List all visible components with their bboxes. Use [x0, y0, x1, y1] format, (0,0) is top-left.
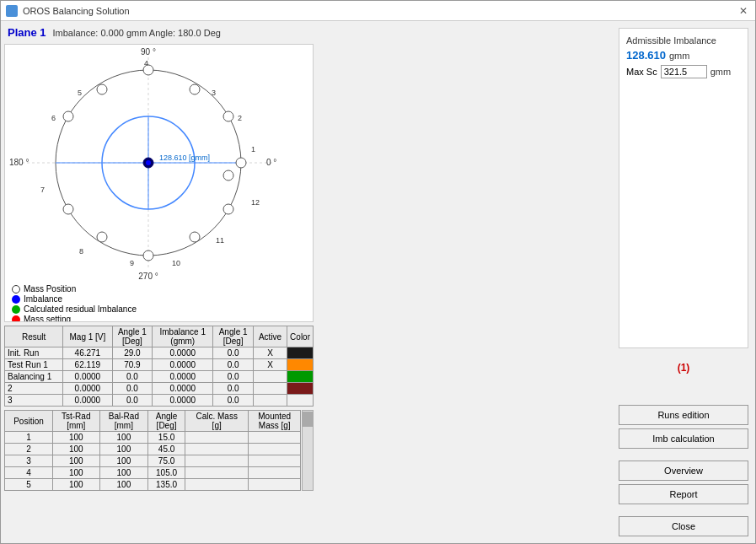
- cell-angle2: 0.0: [213, 395, 254, 407]
- window-title: OROS Balancing Solution: [23, 6, 130, 16]
- cell-pos: 2: [5, 444, 53, 455]
- cell-mounted-mass: [249, 467, 301, 479]
- polar-chart: 90 ° 270 ° 180 ° 0 ° 1 2 3 4: [5, 45, 313, 281]
- svg-text:2: 2: [238, 114, 242, 122]
- title-bar-left: OROS Balancing Solution: [6, 5, 130, 17]
- legend-mass-position: Mass Position: [12, 284, 306, 294]
- cell-calc-mass: [185, 432, 249, 444]
- legend-imbalance-label: Imbalance: [24, 294, 62, 304]
- svg-point-24: [190, 84, 200, 94]
- cell-result: Init. Run: [5, 347, 63, 359]
- legend-calc-residual: Calculated residual Imbalance: [12, 304, 306, 314]
- cell-angle2: 0.0: [213, 383, 254, 395]
- cell-calc-mass: [185, 455, 249, 467]
- tables-area: Result Mag 1 [V] Angle 1[Deg] Imbalance …: [4, 326, 314, 491]
- col-mag: Mag 1 [V]: [63, 326, 112, 347]
- imb-calculation-button[interactable]: Imb calculation: [619, 428, 748, 449]
- svg-text:128.610 [gmm]: 128.610 [gmm]: [159, 154, 210, 162]
- svg-text:7: 7: [40, 186, 45, 194]
- cell-mounted-mass: [249, 455, 301, 467]
- cell-angle1: 70.9: [112, 359, 153, 371]
- admissible-box: Admissible Imbalance 128.610 gmm Max Sc …: [619, 28, 748, 348]
- cell-imbalance: 0.0000: [153, 347, 213, 359]
- cell-active: [254, 371, 287, 383]
- cell-bal-rad: 100: [99, 479, 148, 491]
- cell-bal-rad: 100: [99, 432, 148, 444]
- svg-text:8: 8: [79, 247, 83, 256]
- legend-mass-setting-label: Mass setting: [24, 315, 71, 322]
- cell-angle: 105.0: [148, 467, 185, 479]
- plane-header: Plane 1 Imbalance: 0.000 gmm Angle: 180.…: [4, 24, 314, 40]
- col-imbalance: Imbalance 1(gmm): [153, 326, 213, 347]
- pos-col-mounted-mass: MountedMass [g]: [249, 411, 301, 432]
- close-window-button[interactable]: ✕: [737, 4, 750, 18]
- admissible-value: 128.610: [626, 49, 666, 62]
- cell-angle2: 0.0: [213, 371, 254, 383]
- table-row: Test Run 1 62.119 70.9 0.0000 0.0 X: [5, 359, 314, 371]
- svg-text:10: 10: [172, 259, 180, 267]
- cell-calc-mass: [185, 467, 249, 479]
- col-color: Color: [287, 326, 314, 347]
- cell-mag: 0.0000: [63, 371, 112, 383]
- svg-point-23: [223, 111, 233, 121]
- cell-active: [254, 395, 287, 407]
- cell-result: 2: [5, 383, 63, 395]
- cell-color: [287, 395, 314, 407]
- pos-col-tst-rad: Tst-Rad[mm]: [53, 411, 100, 432]
- cell-result: Balancing 1: [5, 371, 63, 383]
- mass-position-icon: [12, 285, 20, 294]
- report-button[interactable]: Report: [619, 484, 748, 504]
- table-row: 1 100 100 15.0: [5, 432, 301, 444]
- svg-text:9: 9: [130, 259, 134, 267]
- col-angle1: Angle 1[Deg]: [112, 326, 153, 347]
- mass-setting-icon: [12, 315, 20, 323]
- svg-text:5: 5: [78, 89, 82, 97]
- legend-imbalance: Imbalance: [12, 294, 306, 304]
- svg-point-29: [97, 232, 107, 242]
- positions-table-wrap: Position Tst-Rad[mm] Bal-Rad[mm] Angle[D…: [4, 410, 314, 491]
- imbalance-icon: [12, 295, 20, 304]
- cell-tst-rad: 100: [53, 455, 100, 467]
- table-row: 5 100 100 135.0: [5, 479, 301, 491]
- cell-active: X: [254, 359, 287, 371]
- runs-edition-button[interactable]: Runs edition: [619, 405, 748, 425]
- pos-col-angle: Angle[Deg]: [148, 411, 185, 432]
- max-sc-label: Max Sc: [626, 67, 657, 77]
- svg-point-31: [190, 232, 200, 242]
- cell-pos: 1: [5, 432, 53, 444]
- close-button[interactable]: Close: [619, 516, 748, 536]
- max-sc-input[interactable]: [661, 65, 707, 78]
- main-window: OROS Balancing Solution ✕ Plane 1 Imbala…: [0, 0, 756, 544]
- diagram-area: 90 ° 270 ° 180 ° 0 ° 1 2 3 4: [4, 44, 314, 322]
- admissible-unit: gmm: [669, 51, 689, 61]
- cell-angle: 45.0: [148, 444, 185, 455]
- cell-angle: 15.0: [148, 432, 185, 444]
- scroll-thumb[interactable]: [303, 412, 313, 427]
- svg-text:90 °: 90 °: [141, 47, 156, 57]
- cell-angle: 135.0: [148, 479, 185, 491]
- svg-text:12: 12: [251, 198, 260, 207]
- polar-svg: 90 ° 270 ° 180 ° 0 ° 1 2 3 4: [5, 45, 292, 281]
- svg-text:1: 1: [251, 145, 255, 154]
- cell-imbalance: 0.0000: [153, 395, 213, 407]
- cell-tst-rad: 100: [53, 467, 100, 479]
- overview-button[interactable]: Overview: [619, 461, 748, 481]
- svg-text:3: 3: [212, 89, 216, 97]
- legend-calc-residual-label: Calculated residual Imbalance: [24, 304, 137, 314]
- cell-angle1: 0.0: [112, 371, 153, 383]
- cell-bal-rad: 100: [99, 467, 148, 479]
- title-bar: OROS Balancing Solution ✕: [1, 1, 755, 21]
- cell-angle2: 0.0: [213, 359, 254, 371]
- cell-angle2: 0.0: [213, 347, 254, 359]
- runs-table: Result Mag 1 [V] Angle 1[Deg] Imbalance …: [4, 326, 314, 407]
- cell-angle1: 29.0: [112, 347, 153, 359]
- cell-imbalance: 0.0000: [153, 359, 213, 371]
- left-panel: Plane 1 Imbalance: 0.000 gmm Angle: 180.…: [1, 21, 317, 543]
- svg-text:11: 11: [216, 236, 224, 245]
- positions-table: Position Tst-Rad[mm] Bal-Rad[mm] Angle[D…: [4, 410, 301, 491]
- scroll-bar[interactable]: [302, 410, 314, 491]
- cell-pos: 4: [5, 467, 53, 479]
- legend-mass-position-label: Mass Position: [24, 284, 76, 294]
- svg-text:180 °: 180 °: [9, 158, 29, 167]
- cell-result: 3: [5, 395, 63, 407]
